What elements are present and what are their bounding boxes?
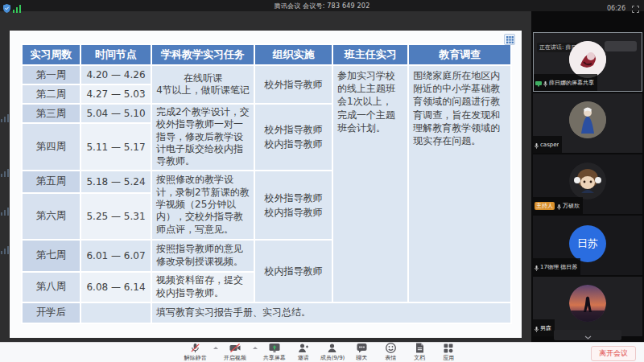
tool-label: 文档 <box>414 354 425 362</box>
avatar-initials: 日苏 <box>577 237 598 251</box>
survey-cell: 围绕家庭所在地区内附近的中小学基础教育领域的问题进行教育调查，旨在发现和理解教育… <box>408 65 511 302</box>
col-header-task: 学科教学实习任务 <box>151 44 254 65</box>
week-cell: 第七周 <box>22 240 80 272</box>
signal-watermark-icon <box>1 169 9 177</box>
share-screen-button[interactable]: 共享屏幕 <box>262 343 287 362</box>
col-header-organizer: 组织实施 <box>254 44 332 65</box>
week-cell: 开学后 <box>22 302 80 323</box>
organizer-cell: 校内指导教师 <box>254 240 332 302</box>
dates-cell: 5.11 — 5.17 <box>80 123 151 171</box>
security-shield-icon <box>3 1 10 16</box>
week-cell: 第五周 <box>22 171 80 193</box>
tool-label: 聊天 <box>356 354 367 362</box>
leave-meeting-button[interactable]: 离开会议 <box>591 346 636 361</box>
participants-sidebar: 正在讲话: 薛日娜 薛日娜的屏幕共享 <box>531 11 644 342</box>
participant-tile[interactable]: casper <box>533 93 642 153</box>
top-bar: 腾讯会议 会议号: 783 649 202 06:26 <box>0 0 644 11</box>
camera-menu-caret[interactable] <box>253 347 258 349</box>
practicum-schedule-table: 实习周数 时间节点 学科教学实习任务 组织实施 班主任实习 教育调查 第一周 4… <box>21 43 512 324</box>
mic-menu-caret[interactable] <box>213 347 218 349</box>
avatar <box>569 162 606 200</box>
tool-label: 表情 <box>385 354 396 362</box>
participant-name: 万硕欣 <box>563 202 580 210</box>
control-bar: 解除静音 开启视频 共享屏幕 邀请 <box>0 342 644 362</box>
avatar <box>569 101 606 138</box>
week-cell: 第四周 <box>22 123 80 171</box>
week-cell: 第六周 <box>22 193 80 240</box>
head-teacher-cell: 参加实习学校的线上主题班会1次以上， 完成一个主题班会计划。 <box>332 65 408 302</box>
chat-icon <box>357 343 367 353</box>
week-cell: 第二周 <box>22 84 80 104</box>
presentation-slide: 实习周数 时间节点 学科教学实习任务 组织实施 班主任实习 教育调查 第一周 4… <box>10 31 522 338</box>
mic-icon <box>543 75 547 90</box>
tool-label: 共享屏幕 <box>263 354 286 362</box>
camera-off-icon <box>229 343 241 353</box>
dates-cell: 5.25 — 5.31 <box>80 193 151 240</box>
unmute-button[interactable]: 解除静音 <box>184 343 208 362</box>
table-row: 开学后 填写教育实习报告手册、实习总结。 <box>22 302 511 323</box>
apps-button[interactable]: 应用 <box>436 343 460 362</box>
week-cell: 第一周 <box>22 65 80 84</box>
participant-tile-host[interactable]: 主持人 万硕欣 <box>533 154 642 214</box>
tool-label: 应用 <box>443 354 454 362</box>
participant-name: 薛日娜的屏幕共享 <box>549 79 594 87</box>
mic-off-icon <box>190 343 200 353</box>
emoji-smiley-icon <box>386 343 396 353</box>
participant-tile-speaker[interactable]: 正在讲话: 薛日娜 薛日娜的屏幕共享 <box>533 32 642 92</box>
members-button[interactable]: 成员(9/9) <box>320 343 345 362</box>
tool-label: 成员(9/9) <box>320 354 345 362</box>
mic-icon <box>535 259 539 274</box>
meeting-title: 腾讯会议 会议号: 783 649 202 <box>0 2 644 10</box>
organizer-cell: 校外指导教师 校内指导教师 <box>254 104 332 171</box>
signal-watermark-icon <box>1 114 9 122</box>
col-header-survey: 教育调查 <box>408 44 511 65</box>
invite-button[interactable]: 邀请 <box>291 343 316 362</box>
task-cell: 完成2个教学设计，交校外指导教师一对一指导，修改后教学设计电子版交给校内指导教师… <box>151 104 254 171</box>
docs-button[interactable]: 文档 <box>407 343 431 362</box>
grid-view-icon[interactable] <box>504 34 515 45</box>
participant-name: 17物理 德日苏 <box>540 263 577 271</box>
participant-tile[interactable]: 日苏 17物理 德日苏 <box>533 216 642 275</box>
chat-button[interactable]: 聊天 <box>349 343 374 362</box>
fullscreen-expand-icon[interactable] <box>632 1 639 16</box>
share-screen-icon <box>269 343 280 353</box>
sidebar-collapse-button[interactable] <box>554 330 621 340</box>
dates-cell: 5.18 — 5.24 <box>80 171 151 193</box>
meeting-duration: 06:26 <box>607 5 625 12</box>
meeting-window: 腾讯会议 会议号: 783 649 202 06:26 实 <box>0 0 644 362</box>
organizer-cell: 校外指导教师 校内指导教师 <box>254 171 332 240</box>
signal-watermark-icon <box>1 208 9 216</box>
invite-person-icon <box>298 343 308 353</box>
table-row: 第一周 4.20 — 4.26 在线听课 4节以上，做听课笔记 校外指导教师 参… <box>22 65 511 84</box>
task-cell: 填写教育实习报告手册、实习总结。 <box>151 302 511 323</box>
network-signal-icon <box>13 1 21 16</box>
col-header-week: 实习周数 <box>22 44 80 65</box>
participant-name: casper <box>540 142 559 148</box>
participant-name: 男森 <box>540 324 551 332</box>
organizer-cell: 校外指导教师 <box>254 65 332 104</box>
tool-label: 开启视频 <box>224 354 246 362</box>
avatar <box>569 285 606 322</box>
dates-cell <box>80 302 151 323</box>
task-cell: 按照指导教师的意见修改录制授课视频。 <box>151 240 254 272</box>
week-cell: 第八周 <box>22 272 80 302</box>
shared-screen-area: 实习周数 时间节点 学科教学实习任务 组织实施 班主任实习 教育调查 第一周 4… <box>0 11 531 342</box>
task-cell: 视频资料留存，提交校内指导教师。 <box>151 272 254 302</box>
signal-watermark-icon <box>1 246 9 254</box>
task-cell: 按照修改的教学设计，录制2节新课的教学视频（25分钟以内），交校外指导教师点评，… <box>151 171 254 240</box>
host-badge: 主持人 <box>535 202 555 210</box>
col-header-head-teacher: 班主任实习 <box>332 44 408 65</box>
task-cell: 在线听课 4节以上，做听课笔记 <box>151 65 254 104</box>
avatar: 日苏 <box>569 225 606 262</box>
document-icon <box>415 343 424 353</box>
dates-cell: 5.04 — 5.10 <box>80 104 151 123</box>
members-icon <box>327 343 337 353</box>
avatar <box>569 41 606 78</box>
dates-cell: 4.27 — 5.03 <box>80 84 151 104</box>
tool-label: 解除静音 <box>184 354 207 362</box>
tool-label: 邀请 <box>298 354 309 362</box>
reactions-button[interactable]: 表情 <box>378 343 402 362</box>
start-video-button[interactable]: 开启视频 <box>223 343 247 362</box>
apps-grid-icon <box>444 343 453 353</box>
chevron-down-icon <box>584 327 592 343</box>
